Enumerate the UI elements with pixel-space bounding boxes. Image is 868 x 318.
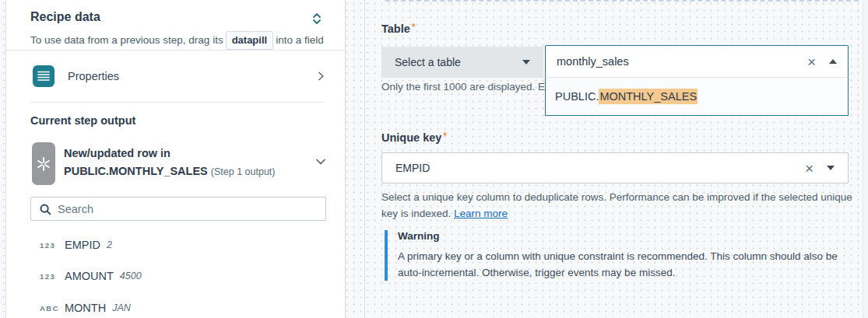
- datapill-empid[interactable]: 123 EMPID 2: [40, 236, 112, 254]
- snowflake-connector-icon: [32, 142, 55, 185]
- learn-more-link[interactable]: Learn more: [454, 208, 508, 219]
- datapill-sample-value: 2: [107, 239, 112, 250]
- option-match-highlight: MONTHLY_SALES: [599, 89, 698, 104]
- recipe-data-header: Recipe data To use data from a previous …: [6, 0, 345, 50]
- unique-key-select[interactable]: EMPID ×: [381, 152, 849, 183]
- unique-key-value: EMPID: [395, 162, 430, 174]
- table-option-public-monthly-sales[interactable]: PUBLIC.MONTHLY_SALES: [555, 90, 698, 103]
- table-label-text: Table: [381, 23, 410, 35]
- warning-title: Warning: [398, 230, 852, 242]
- table-schema-select[interactable]: Select a table: [381, 47, 543, 78]
- caret-down-icon[interactable]: [827, 166, 835, 170]
- properties-label: Properties: [68, 70, 315, 82]
- required-asterisk: *: [412, 22, 416, 33]
- divider: [30, 102, 324, 103]
- table-select-placeholder: Select a table: [395, 56, 461, 68]
- drop-zone-dashed-line: [385, 0, 859, 2]
- datapill-sample-value: 4500: [120, 271, 142, 281]
- panel-title: Recipe data: [30, 10, 100, 24]
- table-hint-text: Only the first 1000 are displayed. En: [381, 81, 551, 93]
- table-options-dropdown: PUBLIC.MONTHLY_SALES: [545, 78, 849, 116]
- datapill-name: AMOUNT: [65, 270, 114, 282]
- chevron-down-icon[interactable]: [315, 158, 326, 166]
- table-search-field: ×: [545, 45, 849, 78]
- scrollbar-track[interactable]: [863, 0, 868, 318]
- datapill-name: EMPID: [65, 239, 100, 251]
- caret-up-icon[interactable]: [829, 59, 837, 64]
- datapill-sample-value: JAN: [112, 302, 131, 313]
- help-text-body: Select a unique key column to deduplicat…: [381, 191, 852, 219]
- warning-body: A primary key or a column with unique co…: [398, 248, 856, 281]
- required-asterisk: *: [443, 131, 447, 142]
- step-output-row[interactable]: New/updated row in PUBLIC.MONTHLY_SALES …: [32, 142, 326, 185]
- datapill-name: MONTH: [65, 302, 106, 314]
- text-type-icon: ABC: [40, 304, 63, 313]
- clear-icon[interactable]: ×: [807, 54, 816, 69]
- subtitle-prefix: To use data from a previous step, drag i…: [30, 34, 223, 46]
- subtitle-suffix: into a field: [276, 34, 324, 46]
- number-type-icon: 123: [40, 241, 63, 250]
- search-icon: [39, 203, 51, 215]
- unique-key-field-label: Unique key*: [381, 131, 447, 144]
- warning-callout: Warning A primary key or a column with u…: [385, 230, 852, 281]
- datapill-month[interactable]: ABC MONTH JAN: [40, 299, 131, 317]
- recipe-data-panel: Recipe data To use data from a previous …: [5, 0, 346, 318]
- panel-subtitle: To use data from a previous step, drag i…: [30, 31, 324, 50]
- clear-icon[interactable]: ×: [805, 161, 814, 176]
- properties-list-icon: [33, 65, 54, 87]
- step-output-text: New/updated row in PUBLIC.MONTHLY_SALES …: [64, 142, 315, 181]
- panel-divider-line: [364, 0, 365, 318]
- datapill-search: [30, 197, 326, 221]
- number-type-icon: 123: [40, 272, 63, 281]
- search-input[interactable]: [58, 203, 325, 215]
- datapill-chip: datapill: [226, 31, 274, 50]
- collapse-expand-icon[interactable]: [310, 11, 324, 26]
- step-output-note: (Step 1 output): [211, 166, 276, 177]
- table-search-input[interactable]: [557, 55, 807, 68]
- chevron-right-icon: [315, 71, 326, 82]
- properties-row[interactable]: Properties: [6, 51, 345, 102]
- option-prefix: PUBLIC.: [555, 90, 599, 103]
- unique-key-help-text: Select a unique key column to deduplicat…: [381, 189, 858, 222]
- current-step-output-heading: Current step output: [30, 114, 135, 127]
- datapill-amount[interactable]: 123 AMOUNT 4500: [40, 267, 142, 285]
- caret-down-icon: [522, 60, 530, 65]
- unique-key-label-text: Unique key: [381, 131, 441, 144]
- step-output-title: New/updated row in PUBLIC.MONTHLY_SALES: [64, 147, 208, 177]
- table-field-label: Table*: [381, 22, 415, 35]
